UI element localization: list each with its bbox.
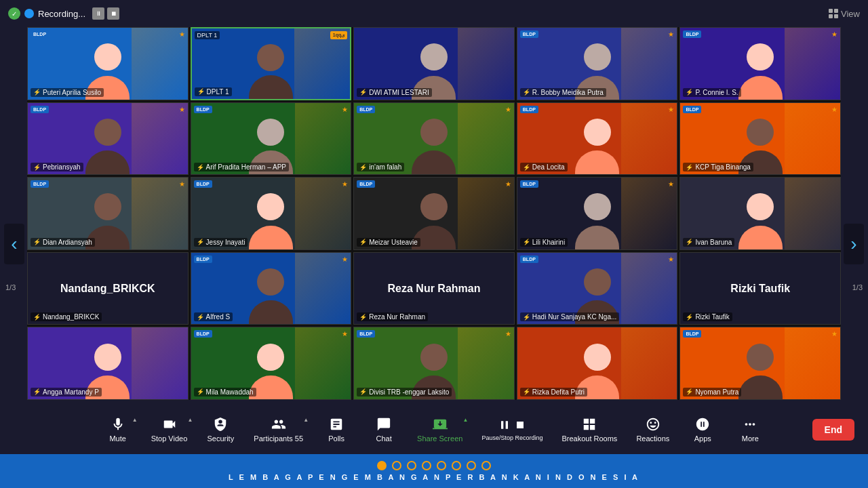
video-icon (162, 417, 177, 432)
video-tile-25[interactable]: BLDP ★ ⚡Nyoman Putra (679, 327, 841, 400)
wave-deco (621, 28, 677, 100)
face-head (257, 119, 284, 146)
video-tile-20[interactable]: Rizki Taufik ⚡Rizki Taufik (679, 252, 841, 325)
participants-caret[interactable]: ▲ (303, 417, 309, 423)
share-screen-button[interactable]: ▲ Share Screen (408, 413, 472, 447)
page-dot-4[interactable] (437, 461, 446, 470)
page-dot-6[interactable] (467, 461, 476, 470)
page-dot-5[interactable] (452, 461, 461, 470)
page-dot-7[interactable] (481, 461, 491, 470)
tile-label: ⚡Ivan Baruna (683, 238, 734, 247)
lightning-icon: ⚡ (197, 164, 204, 171)
participants-icon (271, 417, 286, 432)
face-head (257, 193, 284, 220)
apps-button[interactable]: Apps (679, 413, 726, 447)
bottom-bar: L E M B A G A P E N G E M B A N G A N P … (0, 454, 868, 488)
prev-page-arrow[interactable]: ‹ (4, 224, 24, 264)
lightning-icon: ⚡ (686, 388, 693, 395)
video-tile-14[interactable]: BLDP ★ ⚡Lili Khairini (517, 177, 678, 250)
recording-indicator: ✓ Recording... ⏸ ⏹ (8, 7, 119, 20)
tile-label: ⚡Nandang_BRIKCK (31, 312, 102, 321)
next-page-arrow[interactable]: › (844, 224, 864, 264)
tile-label: ⚡Nyoman Putra (683, 388, 741, 396)
video-tile-4[interactable]: BLDP ★ ⚡R. Bobby Meidika Putra (517, 27, 678, 100)
video-tile-24[interactable]: ⚡Rizka Defita Putri (517, 327, 678, 400)
video-tile-11[interactable]: BLDP ★ ⚡Dian Ardiansyah (27, 177, 189, 250)
pause-recording-btn[interactable]: ⏸ (92, 7, 104, 20)
video-tile-8[interactable]: BLDP ★ ⚡in'am falah (353, 102, 515, 176)
reactions-label: Reactions (636, 434, 669, 443)
polls-button[interactable]: Polls (313, 413, 360, 447)
more-button[interactable]: More (726, 413, 774, 447)
face-body (85, 150, 130, 174)
chat-button[interactable]: Chat (360, 413, 408, 447)
face-head (94, 193, 121, 220)
video-tile-10[interactable]: BLDP ★ ⚡KCP Tiga Binanga (679, 102, 841, 176)
face-body (412, 150, 456, 174)
wave-deco (621, 178, 677, 249)
apps-label: Apps (694, 434, 711, 443)
blue-dot-icon (24, 9, 34, 18)
page-dot-3[interactable] (422, 461, 431, 470)
tile-label: ⚡Hadi Nur Sanjaya KC Nga... (520, 312, 620, 321)
video-tile-15[interactable]: ⚡Ivan Baruna (679, 177, 841, 250)
page-dot-1[interactable] (392, 461, 401, 470)
breakout-rooms-icon (582, 417, 597, 432)
page-dot-0[interactable] (377, 461, 387, 470)
wave-deco (458, 178, 513, 249)
video-caret[interactable]: ▲ (187, 417, 193, 423)
tile-label: ⚡Pebriansyah (31, 163, 83, 171)
tile-label: ⚡DPLT 1 (195, 87, 232, 96)
video-tile-5[interactable]: BLDP ★ ⚡P. Connie I. S. (679, 27, 841, 100)
video-tile-17[interactable]: BLDP ★ ⚡Alfred S (191, 252, 352, 325)
video-tile-7[interactable]: BLDP ★ ⚡Arif Pradita Herman – APP (191, 102, 352, 176)
share-screen-caret[interactable]: ▲ (462, 417, 468, 423)
page-dot-2[interactable] (407, 461, 416, 470)
face-body (575, 150, 619, 174)
stop-recording-btn[interactable]: ⏹ (107, 7, 119, 20)
video-tile-9[interactable]: BLDP ★ ⚡Dea Locita (517, 102, 678, 176)
video-tile-6[interactable]: BLDP ★ ⚡Pebriansyah (27, 102, 189, 176)
face-head (584, 119, 611, 146)
video-tile-1[interactable]: BLDP ★ ⚡Puteri Aprilia Susilo (27, 27, 189, 100)
wave-deco (295, 327, 351, 399)
breakout-rooms-button[interactable]: Breakout Rooms (552, 413, 627, 447)
face-head (94, 43, 121, 70)
face-head (747, 193, 774, 220)
face-head (257, 344, 284, 371)
tile-big-name: Rizki Taufik (728, 280, 793, 298)
pause-stop-icons (498, 418, 527, 432)
pause-recording-button[interactable]: Pause/Stop Recording (472, 414, 552, 445)
video-tile-19[interactable]: BLDP ★ ⚡Hadi Nur Sanjaya KC Nga... (517, 252, 678, 325)
video-tile-21[interactable]: ⚡Angga Martandy P (27, 327, 189, 400)
top-bar: ✓ Recording... ⏸ ⏹ View (0, 0, 868, 27)
face-head (584, 344, 611, 371)
tile-label: ⚡Rizka Defita Putri (520, 388, 587, 396)
video-tile-13[interactable]: BLDP ★ ⚡Meizar Usteavie (353, 177, 515, 250)
video-tile-12[interactable]: BLDP ★ ⚡Jessy Inayati (191, 177, 352, 250)
stop-video-button[interactable]: ▲ Stop Video (142, 413, 197, 447)
video-tile-16[interactable]: Nandang_BRIKCK ⚡Nandang_BRIKCK (27, 252, 189, 325)
participants-button[interactable]: ▲ Participants 55 (244, 413, 313, 447)
breakout-rooms-label: Breakout Rooms (561, 434, 617, 443)
wave-deco (458, 327, 513, 399)
video-tile-18[interactable]: Reza Nur Rahman ⚡Reza Nur Rahman (353, 252, 515, 325)
video-tile-23[interactable]: BLDP ★ ⚡Divisi TRB -enggar Laksito (353, 327, 515, 400)
wave-deco (785, 327, 840, 399)
video-tile-2[interactable]: 1qqی ⚡DPLT 1 DPLT 1 (191, 27, 352, 100)
tile-label: ⚡Dea Locita (520, 163, 568, 171)
tile-label: ⚡KCP Tiga Binanga (683, 163, 753, 171)
wave-deco (132, 327, 187, 399)
mute-button[interactable]: ▲ Mute (94, 413, 142, 447)
reactions-button[interactable]: Reactions (627, 413, 679, 447)
view-button[interactable]: View (829, 9, 860, 19)
wave-deco (785, 178, 840, 249)
wave-deco (621, 327, 677, 399)
video-tile-3[interactable]: ⚡DWI ATMI LESTARI (353, 27, 515, 100)
video-tile-22[interactable]: BLDP ★ ⚡Mila Mawaddah (191, 327, 352, 400)
wave-deco (458, 103, 513, 175)
end-button[interactable]: End (812, 419, 854, 441)
mute-caret[interactable]: ▲ (132, 417, 138, 423)
security-button[interactable]: Security (197, 413, 244, 447)
tile-label: ⚡Alfred S (194, 312, 233, 321)
